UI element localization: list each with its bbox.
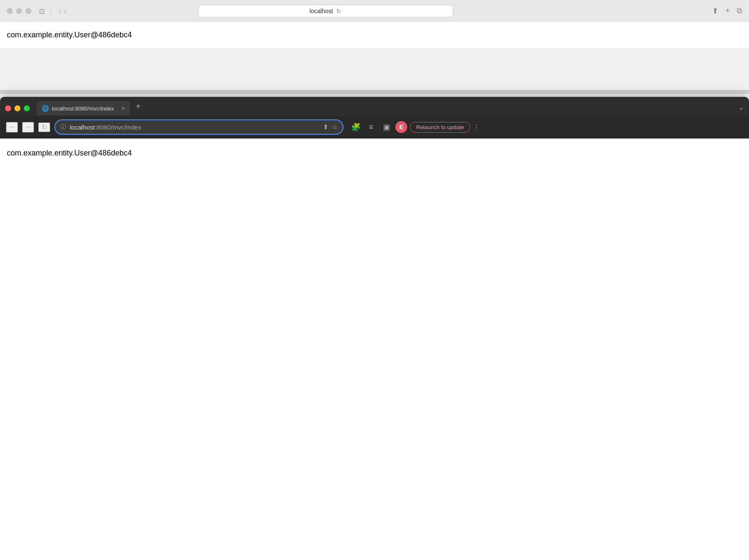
split-view-icon[interactable]: ▣ xyxy=(380,121,393,133)
chrome-tab-active[interactable]: 🌐 localhost:8080/mvc/index × xyxy=(37,101,130,116)
safari-titlebar: ⊡ ‹ › localhost ↻ ⬆ + ⧉ xyxy=(0,0,749,22)
chrome-page-content: com.example.entity.User@486debc4 xyxy=(0,139,749,168)
tab-favicon-icon: 🌐 xyxy=(42,105,48,112)
safari-windows-icon[interactable]: ⧉ xyxy=(737,6,742,16)
safari-forward-button[interactable]: › xyxy=(64,7,66,16)
url-share-icon[interactable]: ⬆ xyxy=(323,123,329,131)
divider xyxy=(51,7,51,15)
url-path: :8080/mvc/index xyxy=(95,124,141,131)
safari-add-tab-icon[interactable]: + xyxy=(725,6,730,16)
safari-url-bar[interactable]: localhost ↻ xyxy=(198,5,453,17)
url-info-icon: ⓘ xyxy=(60,123,66,131)
safari-maximize-button[interactable] xyxy=(26,8,31,14)
chrome-toolbar-icons: 🧩 ≡ ▣ E Relaunch to update ⋮ xyxy=(349,121,480,133)
relaunch-button[interactable]: Relaunch to update xyxy=(410,122,471,133)
chrome-close-button[interactable] xyxy=(5,105,11,111)
chrome-window: 🌐 localhost:8080/mvc/index × + ⌄ ← → ↻ ⓘ… xyxy=(0,97,749,560)
reload-button[interactable]: ↻ xyxy=(38,122,50,132)
new-tab-button[interactable]: + xyxy=(132,102,145,116)
more-options-icon[interactable]: ⋮ xyxy=(473,123,480,131)
url-display: localhost:8080/mvc/index xyxy=(70,124,320,131)
safari-traffic-lights xyxy=(7,8,31,14)
extensions-icon[interactable]: 🧩 xyxy=(349,121,362,133)
safari-page-text: com.example.entity.User@486debc4 xyxy=(7,31,132,39)
url-input-wrapper[interactable]: ⓘ localhost:8080/mvc/index ⬆ ☆ xyxy=(54,119,343,135)
chrome-maximize-button[interactable] xyxy=(24,105,30,111)
safari-page-content: com.example.entity.User@486debc4 xyxy=(0,22,749,48)
safari-minimize-button[interactable] xyxy=(16,8,22,14)
relaunch-label: Relaunch to update xyxy=(416,124,464,130)
safari-toolbar-right: ⬆ + ⧉ xyxy=(712,6,742,16)
tab-title: localhost:8080/mvc/index xyxy=(52,105,118,112)
safari-window: ⊡ ‹ › localhost ↻ ⬆ + ⧉ com.example.enti… xyxy=(0,0,749,93)
chrome-tabbar: 🌐 localhost:8080/mvc/index × + ⌄ xyxy=(0,97,749,116)
window-shadow xyxy=(0,90,749,95)
safari-close-button[interactable] xyxy=(7,8,13,14)
profile-avatar[interactable]: E xyxy=(395,121,407,133)
back-button[interactable]: ← xyxy=(6,122,18,133)
safari-back-button[interactable]: ‹ xyxy=(59,7,61,16)
chrome-addressbar: ← → ↻ ⓘ localhost:8080/mvc/index ⬆ ☆ 🧩 ≡… xyxy=(0,116,749,139)
safari-url-text: localhost xyxy=(309,8,333,14)
forward-button[interactable]: → xyxy=(22,122,34,133)
safari-reload-icon[interactable]: ↻ xyxy=(336,8,341,14)
chrome-minimize-button[interactable] xyxy=(14,105,20,111)
tab-list-button[interactable]: ⌄ xyxy=(738,103,744,116)
sidebar-toggle-icon[interactable]: ⊡ xyxy=(39,7,45,15)
chrome-traffic-lights xyxy=(5,105,30,116)
reading-list-icon[interactable]: ≡ xyxy=(365,121,377,133)
url-domain: localhost xyxy=(70,124,95,131)
tab-close-icon[interactable]: × xyxy=(122,105,125,112)
safari-nav-arrows: ‹ › xyxy=(59,7,66,16)
page-body-text: com.example.entity.User@486debc4 xyxy=(7,149,132,157)
url-bookmark-icon[interactable]: ☆ xyxy=(332,123,338,131)
safari-share-icon[interactable]: ⬆ xyxy=(712,6,718,16)
